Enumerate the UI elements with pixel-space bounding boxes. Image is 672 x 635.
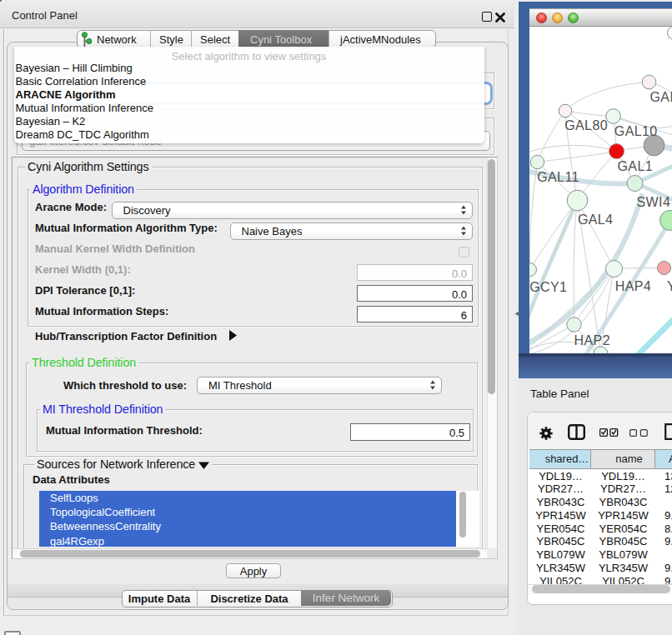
svg-text:GAL80: GAL80 xyxy=(564,118,608,132)
svg-text:Y: Y xyxy=(666,278,672,292)
svg-text:GAL7: GAL7 xyxy=(649,90,672,104)
svg-text:GAL4: GAL4 xyxy=(577,212,613,227)
svg-text:GAL10: GAL10 xyxy=(614,124,657,138)
svg-text:SWI4: SWI4 xyxy=(636,194,670,208)
svg-text:GCY1: GCY1 xyxy=(529,279,567,293)
svg-text:GAL1: GAL1 xyxy=(617,158,653,172)
svg-text:GAL11: GAL11 xyxy=(537,169,579,183)
svg-text:HAP4: HAP4 xyxy=(614,278,650,292)
svg-text:HAP2: HAP2 xyxy=(574,332,609,347)
